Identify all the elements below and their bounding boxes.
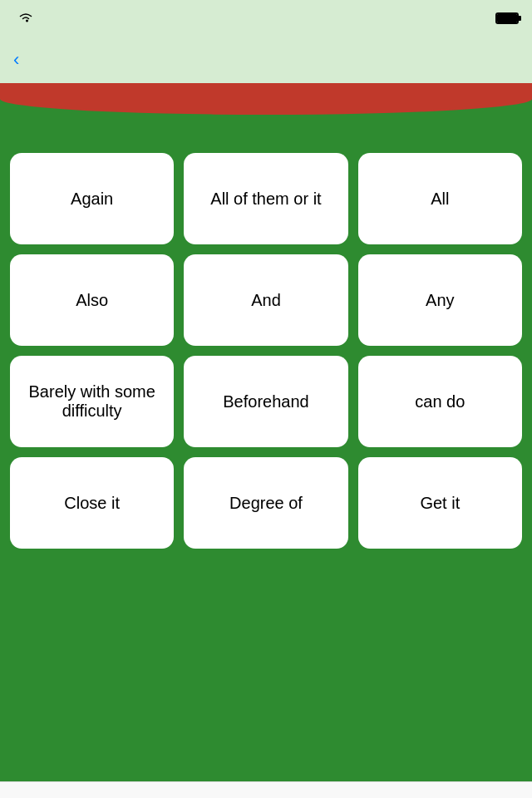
status-right	[495, 12, 519, 24]
grid-cell-close-it[interactable]: Close it	[10, 457, 174, 549]
decorative-banner	[0, 83, 532, 141]
nav-bar: ‹	[0, 37, 532, 83]
grid-cell-get-it[interactable]: Get it	[358, 457, 522, 549]
status-bar	[0, 0, 532, 37]
wifi-icon	[18, 12, 33, 26]
grid-cell-beforehand[interactable]: Beforehand	[184, 356, 347, 447]
main-content: AgainAll of them or itAllAlsoAndAnyBarel…	[0, 141, 532, 781]
grid-cell-degree-of[interactable]: Degree of	[184, 457, 347, 549]
grid-cell-all[interactable]: All	[358, 153, 522, 244]
grid-cell-all-of-them-or-it[interactable]: All of them or it	[184, 153, 347, 244]
battery-icon	[495, 12, 519, 24]
grid-cell-barely[interactable]: Barely with some difficulty	[10, 356, 174, 447]
back-button[interactable]: ‹	[13, 49, 21, 71]
back-chevron-icon: ‹	[13, 49, 19, 71]
status-left	[13, 12, 33, 26]
grid-cell-any[interactable]: Any	[358, 254, 522, 346]
grid-cell-and[interactable]: And	[184, 254, 347, 346]
grid-cell-again[interactable]: Again	[10, 153, 174, 244]
conversations-grid: AgainAll of them or itAllAlsoAndAnyBarel…	[0, 141, 532, 560]
grid-cell-can-do[interactable]: can do	[358, 356, 522, 447]
tab-bar: Language Maps Credits	[0, 781, 532, 798]
grid-cell-also[interactable]: Also	[10, 254, 174, 346]
